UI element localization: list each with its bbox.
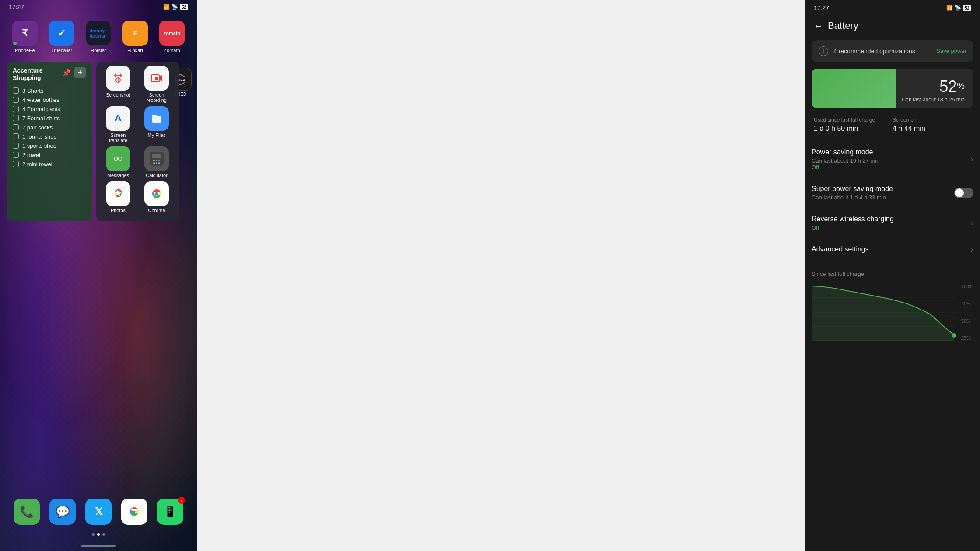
grid-app-translate[interactable]: A Screen translate xyxy=(101,106,136,143)
add-item-button[interactable]: + xyxy=(74,67,86,78)
calculator-app-icon[interactable] xyxy=(144,146,169,171)
grid-app-screenrec[interactable]: Screen recording xyxy=(139,66,174,103)
phonepe-icon[interactable]: ₹ xyxy=(12,21,38,46)
photos-app-icon[interactable] xyxy=(106,181,130,206)
stat-used-value: 1 d 0 h 50 min xyxy=(814,125,858,132)
home-indicator xyxy=(81,545,116,547)
translate-label: Screen translate xyxy=(101,133,136,143)
checkbox-1[interactable] xyxy=(13,87,19,94)
tray-chrome[interactable] xyxy=(121,499,147,525)
files-app-icon[interactable] xyxy=(144,106,169,131)
photos-label: Photos xyxy=(111,208,126,213)
advanced-settings-chevron: › xyxy=(971,245,973,255)
super-power-saving-row[interactable]: Super power saving mode Can last about 1… xyxy=(812,178,973,208)
svg-rect-20 xyxy=(152,154,161,158)
advanced-settings-row[interactable]: Advanced settings › xyxy=(812,238,973,262)
stat-screen-value: 4 h 44 min xyxy=(892,125,925,132)
svg-point-35 xyxy=(133,511,136,513)
status-bar-left: 17:27 📶 📡 52 xyxy=(0,0,197,14)
reverse-wireless-row[interactable]: Reverse wireless charging Off › xyxy=(812,208,973,238)
top-apps-row: ₹ PhonePe ✓ Truecaller disney+hotstar Ho… xyxy=(0,16,197,57)
checkbox-6[interactable] xyxy=(13,133,19,139)
checkbox-4[interactable] xyxy=(13,115,19,121)
svg-point-33 xyxy=(155,192,158,195)
power-saving-row[interactable]: Power saving mode Can last about 19 h 27… xyxy=(812,141,973,178)
tray-messages[interactable]: 💬 xyxy=(49,499,76,525)
flipkart-icon[interactable]: F xyxy=(122,21,148,46)
checkbox-2[interactable] xyxy=(13,97,19,103)
battery-header: ← Battery xyxy=(805,16,980,40)
checkbox-9[interactable] xyxy=(13,161,19,167)
shopping-title: Accenture Shopping xyxy=(13,67,62,82)
grid-app-screenshot[interactable]: Screenshot xyxy=(101,66,136,103)
shopping-item-1: 3 Shorts xyxy=(13,86,86,95)
app-grid-popup: Screenshot Screen recording xyxy=(96,62,179,221)
checkbox-7[interactable] xyxy=(13,143,19,149)
app-zomato[interactable]: zomato Zomato xyxy=(159,21,185,53)
app-hotstar[interactable]: disney+hotstar Hotstar xyxy=(86,21,111,53)
back-button[interactable]: ← xyxy=(814,21,822,31)
svg-point-24 xyxy=(153,162,155,164)
screenshot-app-icon[interactable] xyxy=(106,66,130,91)
zomato-label: Zomato xyxy=(164,48,180,53)
power-saving-sub: Can last about 19 h 27 min xyxy=(812,157,879,164)
svg-point-25 xyxy=(156,162,158,164)
item-text-3: 4 Formal pants xyxy=(22,106,60,112)
chart-section: Since last full charge 100% 75% 50% xyxy=(805,262,980,341)
item-text-5: 7 pair socks xyxy=(22,124,52,131)
truecaller-icon[interactable]: ✓ xyxy=(49,21,74,46)
super-power-toggle[interactable] xyxy=(954,188,973,198)
app-flipkart[interactable]: F Flipkart xyxy=(122,21,148,53)
reverse-wireless-title: Reverse wireless charging xyxy=(812,215,894,223)
active-dot xyxy=(13,42,17,45)
chrome-app-icon[interactable] xyxy=(144,181,169,206)
tray-phone[interactable]: 📞 xyxy=(14,499,40,525)
status-icons-right: 📶 📡 52 xyxy=(946,5,971,11)
tray-twitter[interactable]: 𝕏 xyxy=(85,499,112,525)
chrome-tray-svg xyxy=(127,505,141,519)
chrome-tray-icon[interactable] xyxy=(121,499,147,525)
shopping-list: Accenture Shopping 📌 + 3 Shorts 4 water … xyxy=(7,62,92,221)
grid-app-photos[interactable]: Photos xyxy=(101,181,136,213)
power-saving-chevron: › xyxy=(971,155,973,164)
messages-tray-icon[interactable]: 💬 xyxy=(49,499,76,525)
checkbox-8[interactable] xyxy=(13,152,19,158)
hotstar-icon[interactable]: disney+hotstar xyxy=(86,21,111,46)
left-phone: 17:27 📶 📡 52 ₹ PhonePe ✓ Truecaller disn… xyxy=(0,0,197,551)
phone-app-icon[interactable]: 📞 xyxy=(14,499,40,525)
item-text-2: 4 water bottles xyxy=(22,97,60,103)
grid-row-3: Messages xyxy=(101,146,175,178)
app-phonepe[interactable]: ₹ PhonePe xyxy=(12,21,38,53)
grid-row-2: A Screen translate My Files xyxy=(101,106,175,143)
advanced-settings-info: Advanced settings xyxy=(812,245,869,255)
checkbox-5[interactable] xyxy=(13,124,19,130)
chrome-grid-label: Chrome xyxy=(148,208,165,213)
grid-app-chrome[interactable]: Chrome xyxy=(139,181,174,213)
twitter-tray-icon[interactable]: 𝕏 xyxy=(85,499,112,525)
messages-app-icon[interactable] xyxy=(106,146,130,171)
checkbox-3[interactable] xyxy=(13,106,19,112)
messages-icon-svg xyxy=(110,151,126,167)
chart-y-labels: 100% 75% 50% 25% xyxy=(961,284,973,341)
dot-1[interactable] xyxy=(92,533,94,536)
zomato-icon[interactable]: zomato xyxy=(159,21,185,46)
grid-app-calculator[interactable]: Calculator xyxy=(139,146,174,178)
tray-whatsapp[interactable]: 📱 2 xyxy=(157,499,183,525)
dot-2[interactable] xyxy=(97,533,100,536)
battery-gauge: 52% Can last about 18 h 25 min xyxy=(812,69,973,108)
shopping-item-7: 1 sports shoe xyxy=(13,141,86,150)
calculator-icon-svg xyxy=(149,151,164,167)
shopping-item-4: 7 Formal shirts xyxy=(13,114,86,123)
save-power-button[interactable]: Save power xyxy=(936,48,966,55)
dot-3[interactable] xyxy=(102,533,105,536)
settings-list: Power saving mode Can last about 19 h 27… xyxy=(805,141,980,262)
grid-app-files[interactable]: My Files xyxy=(139,106,174,143)
svg-point-9 xyxy=(155,77,158,80)
translate-app-icon[interactable]: A xyxy=(106,106,130,131)
grid-app-messages[interactable]: Messages xyxy=(101,146,136,178)
app-truecaller[interactable]: ✓ Truecaller xyxy=(49,21,74,53)
wifi-icon: 📶 xyxy=(163,4,170,10)
files-icon-svg xyxy=(149,111,164,126)
chart-label-50: 50% xyxy=(961,318,973,324)
screenrec-app-icon[interactable] xyxy=(144,66,169,91)
